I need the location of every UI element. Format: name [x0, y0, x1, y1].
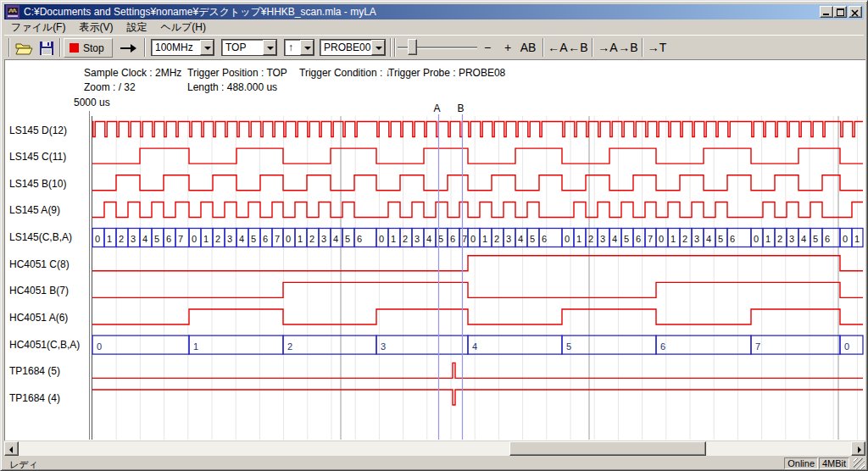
goto-trigger-button[interactable]: →T	[646, 36, 668, 59]
bus-cell-value: 3	[415, 234, 420, 244]
bus-cell-value: 1	[391, 234, 396, 244]
bus-cell	[751, 335, 840, 354]
bus-cell-value: 1	[203, 234, 209, 244]
bus-cell-value: 1	[193, 341, 198, 352]
save-button[interactable]	[36, 38, 58, 58]
stop-button[interactable]: Stop	[64, 38, 113, 58]
status-online: Online	[784, 457, 818, 469]
status-memory: 4MBit	[819, 457, 849, 469]
dropdown-arrow-icon[interactable]	[263, 40, 276, 55]
next-a-button[interactable]: →A	[597, 36, 619, 59]
menu-view[interactable]: 表示(V)	[72, 20, 120, 35]
bus-cell-value: 3	[506, 234, 511, 244]
close-button[interactable]	[849, 6, 862, 18]
dropdown-arrow-icon[interactable]	[300, 40, 314, 55]
window-controls	[820, 6, 862, 18]
open-button[interactable]	[13, 38, 35, 58]
trigger-position-value: TOP	[222, 42, 263, 53]
bus-cell-value: 2	[777, 234, 782, 244]
resize-grip[interactable]	[854, 458, 865, 469]
bus-cell-value: 2	[287, 341, 292, 352]
bus-cell-value: 4	[472, 341, 477, 352]
maximize-button[interactable]	[833, 6, 847, 18]
app-window: C:¥Documents and Settings¥noname¥デスクトップ¥…	[0, 0, 868, 471]
info-sample-clock: Sample Clock : 2MHz	[84, 67, 181, 79]
bus-cell-value: 3	[600, 234, 605, 244]
zoom-out-button[interactable]: −	[479, 36, 496, 59]
waveform-client: Sample Clock : 2MHz Trigger Position : T…	[4, 59, 865, 441]
titlebar[interactable]: C:¥Documents and Settings¥noname¥デスクトップ¥…	[4, 4, 864, 19]
toolbar: Stop 100MHz TOP ↑ PROBE00 − +	[4, 35, 864, 59]
dropdown-arrow-icon[interactable]	[200, 40, 214, 55]
bus-cell	[656, 335, 751, 354]
toolbar-separator	[390, 38, 392, 57]
toolbar-separator	[59, 38, 61, 57]
dropdown-arrow-icon[interactable]	[371, 40, 385, 55]
zoom-in-button[interactable]: +	[499, 36, 516, 59]
bus-cell-value: 4	[518, 234, 523, 244]
bus-cell-value: 2	[682, 234, 687, 244]
time-division-label: 5000 us	[74, 97, 110, 108]
info-trigger-condition: Trigger Condition : ↓	[299, 67, 391, 79]
bus-cell-value: 2	[309, 234, 314, 244]
cursor-a-label: A	[433, 103, 440, 114]
menu-settings[interactable]: 設定	[120, 20, 153, 35]
statusbar: レディ Online 4MBit	[4, 457, 865, 470]
horizontal-scrollbar[interactable]	[4, 441, 865, 456]
strobe-waveform	[92, 122, 863, 137]
bus-cell-value: 4	[706, 234, 711, 244]
toolbar-separator	[144, 38, 146, 57]
scrollbar-thumb[interactable]	[509, 441, 706, 456]
scroll-right-button[interactable]	[851, 441, 865, 456]
bus-cell-value: 4	[239, 234, 244, 244]
channel-label: HC4051 B(7)	[9, 285, 69, 296]
bus-cell-value: 5	[345, 234, 350, 244]
bus-cell-value: 5	[566, 341, 571, 352]
bus-cell-value: 3	[321, 234, 326, 244]
bus-cell-value: 1	[576, 234, 581, 244]
next-b-button[interactable]: →B	[617, 36, 639, 59]
bus-cell-value: 3	[131, 234, 136, 244]
bus-cell	[376, 335, 468, 354]
info-zoom: Zoom : / 32	[84, 81, 136, 93]
toolbar-grip	[8, 38, 10, 57]
bus-cell-value: 1	[765, 234, 771, 244]
scroll-left-button[interactable]	[4, 441, 19, 456]
bit-waveform	[92, 148, 863, 163]
channel-label: LS145 C(11)	[9, 151, 66, 163]
bus-cell-value: 0	[470, 234, 476, 244]
bus-cell-value: 5	[530, 234, 535, 244]
sample-clock-combo[interactable]: 100MHz	[151, 39, 214, 56]
ab-button[interactable]: AB	[517, 36, 539, 59]
toolbar-separator	[542, 38, 544, 57]
scroll-left-icon	[9, 446, 13, 453]
bus-cell-value: 6	[542, 234, 547, 244]
toolbar-separator	[642, 38, 643, 57]
bus-cell-value: 7	[755, 341, 760, 352]
bus-cell-value: 5	[718, 234, 723, 244]
trigger-probe-combo[interactable]: PROBE00	[320, 39, 386, 56]
minimize-icon	[823, 14, 829, 15]
menu-help[interactable]: ヘルプ(H)	[153, 20, 213, 35]
info-length: Length : 488.000 us	[187, 81, 277, 93]
zoom-slider-thumb[interactable]	[408, 39, 417, 55]
bus-cell-value: 6	[263, 234, 268, 244]
bit-waveform	[92, 309, 863, 324]
bus-cell	[92, 335, 189, 354]
trigger-position-combo[interactable]: TOP	[221, 39, 277, 56]
toolbar-separator	[592, 38, 593, 57]
prev-a-button[interactable]: ←A	[547, 36, 569, 59]
trigger-probe-value: PROBE00	[320, 42, 371, 53]
run-button[interactable]	[115, 38, 141, 58]
prev-b-button[interactable]: ←B	[567, 36, 589, 59]
menu-file[interactable]: ファイル(F)	[4, 20, 72, 35]
bus-cell-value: 6	[660, 341, 665, 352]
bus-cell-value: 0	[754, 234, 759, 244]
bus-cell-value: 0	[565, 234, 570, 244]
waveform-plot: Sample Clock : 2MHz Trigger Position : T…	[5, 60, 865, 441]
bus-cell-value: 5	[154, 234, 159, 244]
info-trigger-probe: Trigger Probe : PROBE08	[388, 67, 506, 79]
trigger-edge-combo[interactable]: ↑	[284, 39, 314, 56]
minimize-button[interactable]	[820, 6, 833, 18]
channel-label: LS145 D(12)	[9, 125, 67, 136]
